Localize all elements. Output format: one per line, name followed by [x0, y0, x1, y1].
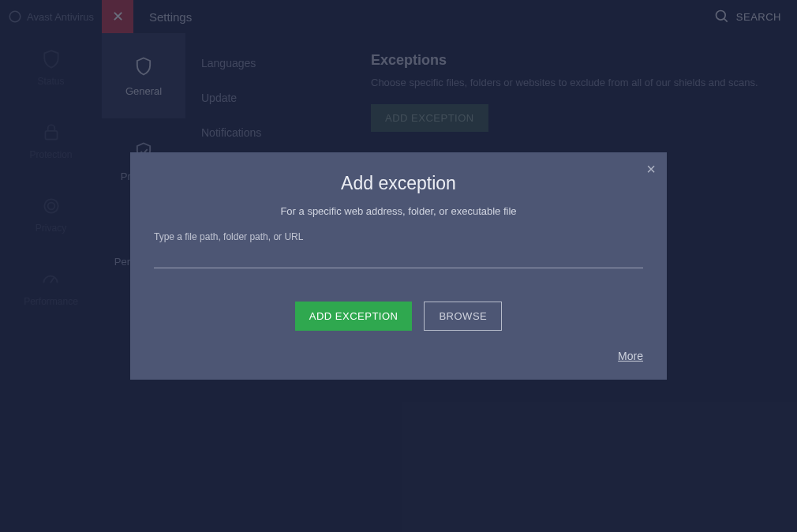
dialog-actions: ADD EXCEPTION BROWSE: [154, 302, 643, 331]
dialog-subtitle: For a specific web address, folder, or e…: [154, 205, 643, 217]
add-exception-dialog: × Add exception For a specific web addre…: [130, 152, 667, 380]
exception-path-input[interactable]: [154, 242, 643, 268]
dialog-close-button[interactable]: ×: [646, 160, 656, 178]
dialog-browse-button[interactable]: BROWSE: [424, 302, 502, 331]
dialog-add-exception-button[interactable]: ADD EXCEPTION: [295, 302, 413, 331]
close-icon: ×: [646, 160, 656, 178]
dialog-title: Add exception: [154, 173, 643, 194]
dialog-more-link[interactable]: More: [618, 350, 643, 362]
dialog-input-label: Type a file path, folder path, or URL: [154, 231, 643, 242]
